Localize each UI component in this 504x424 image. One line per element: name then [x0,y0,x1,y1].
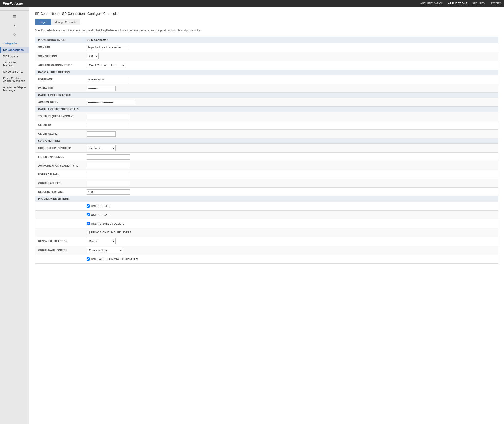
nav-security[interactable]: Security [472,2,486,5]
nav-system[interactable]: System [490,2,501,5]
app-container: ☰ ■ ◇ Integration SP Connections SP Adap… [0,7,504,424]
basic-auth-section-header: BASIC AUTHENTICATION [35,70,498,75]
sidebar-icon-1[interactable]: ☰ [11,13,18,20]
group-name-source-row: GROUP NAME SOURCE Common Name Distinguis… [35,246,498,255]
scim-version-control: 1.1 2.0 [84,52,498,61]
auth-method-control: Basic Authentication OAuth 2 Bearer Toke… [84,61,498,70]
password-row: PASSWORD [35,84,498,93]
users-api-path-input[interactable] [87,172,130,177]
user-create-control: USER CREATE [84,203,498,209]
provisioning-options-section-header-row: PROVISIONING OPTIONS [35,196,498,202]
unique-user-identifier-control: userName email id [84,144,498,152]
user-disable-delete-checkbox[interactable] [87,222,90,225]
username-input[interactable] [87,77,130,82]
oauth2-client-section-header: OAUTH 2 CLIENT CREDENTIALS [35,107,498,112]
scim-url-input[interactable] [87,45,130,50]
group-name-source-select[interactable]: Common Name Distinguished Name [87,247,123,253]
scim-url-control [84,43,498,52]
provision-disabled-users-row: PROVISION DISABLED USERS [35,228,498,237]
sidebar-item-sp-adapters[interactable]: SP Adapters [0,53,29,59]
auth-method-select[interactable]: Basic Authentication OAuth 2 Bearer Toke… [87,62,125,68]
username-control [84,75,498,84]
use-patch-for-group-updates-checkbox-label: USE PATCH FOR GROUP UPDATES [87,257,495,261]
configuration-form: SCIM URL SCIM VERSION 1.1 2.0 AUTHENTICA… [35,43,498,264]
sidebar-item-adapter-mappings[interactable]: Adapter-to-Adapter Mappings [0,84,29,93]
client-id-label: CLIENT ID [35,122,84,128]
user-create-checkbox-label: USER CREATE [87,204,495,208]
auth-header-type-control [84,162,498,170]
provision-disabled-users-text: PROVISION DISABLED USERS [91,231,132,234]
user-create-row: USER CREATE [35,202,498,211]
nav-authentication[interactable]: Authentication [420,2,443,5]
provisioning-target-value: SCIM Connector [87,38,108,41]
user-update-text: USER UPDATE [91,213,111,216]
unique-user-identifier-select[interactable]: userName email id [87,145,116,151]
use-patch-for-group-updates-label-cell [35,257,84,261]
main-content: SP Connections | SP Connection | Configu… [29,7,504,424]
client-id-input[interactable] [87,123,130,128]
sidebar-back-link[interactable]: Integration [0,40,29,47]
filter-expression-label: FILTER EXPRESSION [35,154,84,160]
provisioning-target-label: Provisioning Target [38,39,67,41]
sidebar-item-policy-contract[interactable]: Policy Contract Adapter Mappings [0,75,29,84]
client-secret-control [84,130,498,138]
results-per-page-input[interactable] [87,189,130,195]
sidebar-item-sp-connections[interactable]: SP Connections [0,47,29,53]
filter-expression-input[interactable] [87,154,130,160]
client-id-row: CLIENT ID [35,121,498,130]
remove-user-action-select[interactable]: Disable Delete Deprovision [87,238,116,244]
sidebar-item-sp-default-urls[interactable]: SP Default URLs [0,69,29,75]
client-secret-label: CLIENT SECRET [35,131,84,137]
access-token-input[interactable] [87,100,135,105]
nav-applications[interactable]: Applications [448,2,468,5]
use-patch-for-group-updates-checkbox[interactable] [87,257,90,261]
scim-version-select[interactable]: 1.1 2.0 [87,53,99,59]
group-name-source-control: Common Name Distinguished Name [84,246,498,255]
provisioning-options-section-header: PROVISIONING OPTIONS [35,196,498,202]
user-update-label-cell [35,213,84,217]
scim-overrides-section-header: SCIM OVERRIDES [35,138,498,144]
use-patch-for-group-updates-row: USE PATCH FOR GROUP UPDATES [35,255,498,264]
filter-expression-control [84,153,498,161]
sidebar-item-target-url-mapping[interactable]: Target URL Mapping [0,59,29,69]
remove-user-action-control: Disable Delete Deprovision [84,237,498,246]
tab-target[interactable]: Target [35,19,51,25]
groups-api-path-input[interactable] [87,181,130,186]
access-token-control [84,98,498,106]
tab-manage-channels[interactable]: Manage Channels [51,19,80,25]
groups-api-path-label: GROUPS API PATH [35,180,84,186]
users-api-path-control [84,170,498,179]
scim-url-label: SCIM URL [35,44,84,50]
unique-user-identifier-row: UNIQUE USER IDENTIFIER userName email id [35,144,498,153]
client-secret-input[interactable] [87,131,116,137]
results-per-page-row: RESULTS PER PAGE [35,188,498,196]
sidebar-icon-3[interactable]: ◇ [11,31,18,37]
auth-header-type-label: AUTHORIZATION HEADER TYPE [35,163,84,169]
sidebar-icon-group: ☰ ■ ◇ [0,10,29,40]
remove-user-action-row: REMOVE USER ACTION Disable Delete Deprov… [35,237,498,246]
token-request-endpoint-input[interactable] [87,114,130,119]
sidebar: ☰ ■ ◇ Integration SP Connections SP Adap… [0,7,29,424]
auth-header-type-input[interactable] [87,163,130,168]
password-input[interactable] [87,86,116,91]
provision-disabled-users-checkbox[interactable] [87,231,90,234]
oauth2-bearer-section-header: OAUTH 2 BEARER TOKEN [35,93,498,98]
app-logo: PingFederate [3,2,23,5]
remove-user-action-label: REMOVE USER ACTION [35,238,84,244]
use-patch-for-group-updates-text: USE PATCH FOR GROUP UPDATES [91,258,138,261]
group-name-source-label: GROUP NAME SOURCE [35,247,84,253]
page-description: Specify credentials and/or other connect… [35,29,498,32]
access-token-row: ACCESS TOKEN [35,98,498,107]
client-id-control [84,121,498,129]
results-per-page-control [84,188,498,196]
user-disable-delete-row: USER DISABLE / DELETE [35,219,498,228]
user-update-checkbox[interactable] [87,213,90,216]
user-create-checkbox[interactable] [87,204,90,208]
sidebar-icon-2[interactable]: ■ [11,22,18,29]
client-secret-row: CLIENT SECRET [35,130,498,138]
basic-auth-section-header-row: BASIC AUTHENTICATION [35,70,498,75]
results-per-page-label: RESULTS PER PAGE [35,189,84,195]
unique-user-identifier-label: UNIQUE USER IDENTIFIER [35,145,84,151]
oauth2-bearer-section-header-row: OAUTH 2 BEARER TOKEN [35,93,498,98]
use-patch-for-group-updates-control: USE PATCH FOR GROUP UPDATES [84,256,498,262]
